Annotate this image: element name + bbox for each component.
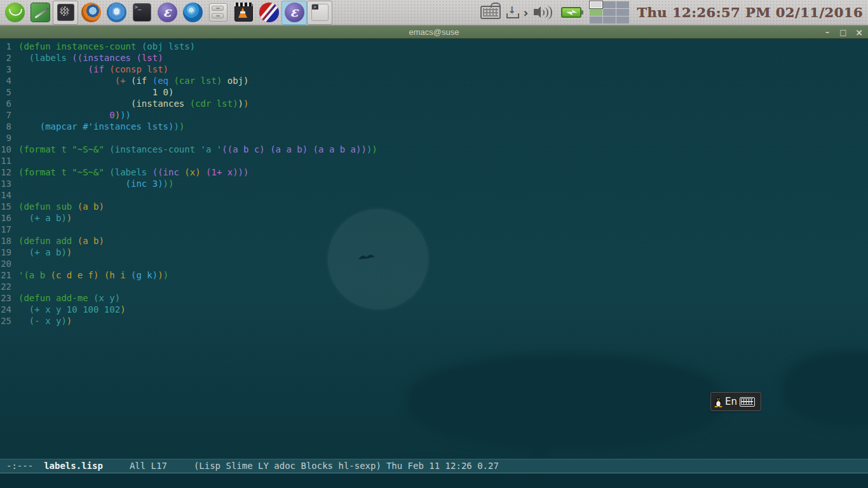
code-line: 3 (if (consp lst) (0, 64, 868, 75)
tux-penguin-icon (714, 396, 722, 407)
code-line: 1(defun instances-count (obj lsts) (0, 41, 868, 52)
line-number: 10 (0, 144, 11, 155)
code-line: 14 (0, 189, 868, 201)
line-number: 23 (0, 292, 11, 304)
download-icon[interactable] (506, 6, 518, 19)
racket-icon[interactable] (256, 1, 281, 25)
network-globe-icon[interactable] (180, 1, 205, 25)
firefox-icon[interactable] (78, 1, 104, 25)
line-number: 21 (0, 269, 11, 281)
terminal-active-icon[interactable] (307, 1, 332, 25)
code-line: 17 (0, 224, 868, 235)
ime-language-label: En (725, 396, 737, 407)
minimize-button[interactable]: – (824, 28, 831, 37)
volume-icon[interactable] (534, 5, 555, 20)
code-line: 5 1 0) (0, 86, 868, 98)
paint-editor-icon[interactable] (27, 1, 53, 25)
code-line: 2 (labels ((instances (lst) (0, 52, 868, 64)
code-line: 4 (+ (if (eq (car lst) obj) (0, 75, 868, 86)
code-line: 22 (0, 281, 868, 292)
code-line: 13 (inc 3))) (0, 178, 868, 189)
chevron-right-icon[interactable]: › (524, 6, 529, 19)
code-line: 11 (0, 155, 868, 166)
emacs-icon[interactable] (154, 1, 180, 25)
line-number: 24 (0, 304, 11, 315)
line-number: 1 (0, 41, 11, 52)
input-method-indicator[interactable]: En (710, 392, 761, 411)
code-line: 19 (+ a b)) (0, 247, 868, 258)
pager-cell[interactable] (603, 17, 616, 24)
pager-cell[interactable] (590, 17, 602, 24)
opensuse-icon[interactable] (2, 1, 27, 25)
top-panel: › Thu 12:26:57 PM 02/11/2016 (0, 0, 868, 25)
workspace-pager (590, 1, 629, 24)
code-line: 10(format t "~S~&" (instances-count 'a '… (0, 144, 868, 155)
line-number: 4 (0, 75, 11, 86)
system-tray: › (480, 1, 630, 24)
code-line: 16 (+ a b)) (0, 212, 868, 224)
window-title: emacs@suse (0, 26, 868, 39)
pager-cell[interactable] (603, 9, 616, 16)
code-line: 9 (0, 132, 868, 144)
pager-cell[interactable] (616, 1, 629, 8)
code-line: 7 0))) (0, 109, 868, 121)
pager-cell-occupied[interactable] (590, 9, 602, 16)
line-number: 13 (0, 178, 11, 189)
close-button[interactable]: × (855, 27, 863, 37)
code-line: 24 (+ x y 10 100 102) (0, 304, 868, 315)
code-line: 23(defun add-me (x y) (0, 292, 868, 304)
keyboard-layout-icon[interactable] (480, 6, 501, 19)
line-number: 25 (0, 315, 11, 327)
terminal-icon[interactable] (129, 1, 154, 25)
ime-keyboard-icon (740, 397, 755, 407)
launcher-bar (0, 1, 332, 25)
line-number: 14 (0, 189, 11, 201)
line-number: 15 (0, 201, 11, 212)
line-number: 5 (0, 86, 11, 98)
maximize-button[interactable]: □ (839, 28, 847, 37)
screenshot-tool-icon[interactable] (53, 1, 78, 25)
editor-workspace: 1(defun instances-count (obj lsts)2 (lab… (0, 39, 868, 488)
code-line: 25 (- x y)) (0, 315, 868, 327)
emacs-active-icon[interactable] (281, 1, 307, 25)
line-number: 18 (0, 235, 11, 247)
code-line: 21'(a b (c d e f) (h i (g k))) (0, 269, 868, 281)
pager-cell[interactable] (616, 9, 629, 16)
code-line: 6 (instances (cdr lst))) (0, 98, 868, 109)
chromium-icon[interactable] (104, 1, 129, 25)
pager-cell[interactable] (616, 17, 629, 24)
modeline-position: All L17 (130, 461, 167, 471)
modeline-datetime: Thu Feb 11 12:26 0.27 (386, 461, 499, 471)
line-number: 3 (0, 64, 11, 75)
line-number: 19 (0, 247, 11, 258)
line-number: 6 (0, 98, 11, 109)
line-number: 12 (0, 166, 11, 178)
code-line: 12(format t "~S~&" (labels ((inc (x) (1+… (0, 166, 868, 178)
modeline-modes[interactable]: (Lisp Slime LY adoc Blocks hl-sexp) (194, 461, 381, 471)
file-drawer-icon[interactable] (205, 1, 231, 25)
pager-cell[interactable] (603, 1, 616, 8)
code-line: 20 (0, 258, 868, 269)
media-player-icon[interactable] (231, 1, 256, 25)
echo-area[interactable] (0, 473, 868, 488)
modeline[interactable]: -:---labels.lispAll L17(Lisp Slime LY ad… (0, 459, 868, 473)
code-line: 8 (mapcar #'instances lsts))) (0, 121, 868, 132)
pager-cell-active[interactable] (590, 1, 602, 8)
desktop: › Thu 12:26:57 PM 02/11/2016 emacs@suse … (0, 0, 868, 488)
line-number: 20 (0, 258, 11, 269)
line-number: 8 (0, 121, 11, 132)
code-line: 15(defun sub (a b) (0, 201, 868, 212)
code-buffer[interactable]: 1(defun instances-count (obj lsts)2 (lab… (0, 39, 868, 327)
line-number: 17 (0, 224, 11, 235)
wallpaper-tree-canopy (782, 351, 868, 427)
modeline-buffer-name[interactable]: labels.lisp (44, 461, 103, 471)
line-number: 16 (0, 212, 11, 224)
code-line: 18(defun add (a b) (0, 235, 868, 247)
window-titlebar[interactable]: emacs@suse – □ × (0, 25, 868, 39)
line-number: 2 (0, 52, 11, 64)
modeline-prefix: -:--- (6, 461, 33, 471)
line-number: 11 (0, 155, 11, 166)
window-controls: – □ × (824, 26, 863, 39)
panel-clock[interactable]: Thu 12:26:57 PM 02/11/2016 (637, 4, 863, 20)
battery-icon[interactable] (561, 7, 581, 18)
